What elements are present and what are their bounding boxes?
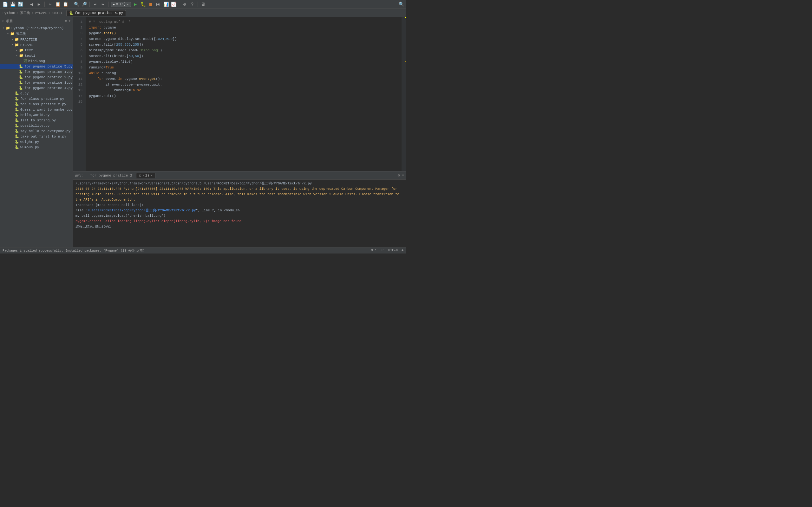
tree-d-py[interactable]: 🐍 d.py: [0, 91, 72, 96]
bottom-settings-icon[interactable]: ⚙: [398, 173, 400, 178]
run-play-button[interactable]: ▶: [132, 1, 139, 8]
breadcrumb-zhangergou[interactable]: 张二狗: [20, 10, 30, 15]
run-combo[interactable]: ▶ x (1) ▾: [111, 2, 131, 7]
code-container[interactable]: 1 2 3 4 5 6 7 8 9 10 11 12 13 14 15 #-*-…: [73, 17, 406, 171]
sidebar-add-icon[interactable]: +: [68, 19, 71, 23]
status-lf[interactable]: LF: [380, 249, 385, 252]
code-line-7: screen.blit(birds,[50,50]): [89, 54, 143, 58]
status-position[interactable]: 9:1: [371, 249, 377, 252]
tree-takefirst[interactable]: 🐍 take out first to n.py: [0, 134, 72, 139]
copy-button[interactable]: 📋: [55, 1, 61, 8]
file-icon-dpy: 🐍: [14, 91, 19, 95]
replace-button[interactable]: 🔎: [81, 1, 87, 8]
scroll-minimap[interactable]: [402, 17, 406, 171]
tree-zhangergou[interactable]: ▾ 📁 张二狗: [0, 31, 72, 37]
forward-button[interactable]: ▶: [36, 1, 42, 8]
ln-9: 9: [73, 65, 86, 70]
save-button[interactable]: 💾: [9, 1, 16, 8]
terminal-button[interactable]: 🖥: [200, 1, 206, 8]
status-indent: 4: [402, 249, 403, 252]
new-file-button[interactable]: 📄: [2, 1, 8, 8]
tree-liststr[interactable]: 🐍 list to string.py: [0, 118, 72, 123]
stop-button[interactable]: ⏹: [148, 1, 154, 8]
coverage-button[interactable]: 📊: [163, 1, 169, 8]
tree-practice[interactable]: ▸ 📁 PRACTICE: [0, 37, 72, 42]
file-tab[interactable]: 🐍 for pygame pratice 5.py: [66, 10, 126, 16]
debug-button[interactable]: 🐛: [140, 1, 146, 8]
code-line-11a: [89, 77, 97, 81]
code-editor[interactable]: #-*- coding:utf-8 -*- import pygame pyga…: [86, 17, 402, 171]
bottom-panel: 运行: for pygame pratice 2 x (1) ✕ ⚙ ≡ /Li…: [73, 171, 406, 247]
redo-button[interactable]: ↪: [100, 1, 106, 8]
code-line-15: [89, 100, 91, 104]
breadcrumb-text1[interactable]: text1: [52, 11, 62, 15]
minimap-marker-2: [405, 61, 406, 62]
code-line-6: birds=pygame.image.load('bird.png'): [89, 49, 162, 52]
tree-text1[interactable]: ▾ 📁 text1: [0, 53, 72, 58]
tree-label-pratice2: for pygame pratice 2.py: [24, 75, 72, 79]
file-icon-guess: 🐍: [14, 107, 19, 112]
tree-pratice4[interactable]: 🐍 for pygame pratice 4.py: [0, 85, 72, 91]
run-link-file[interactable]: /Users/ROCKET/Desktop/Python/张二狗/PYGAME/…: [88, 209, 196, 212]
ln-8: 8: [73, 59, 86, 65]
profile-button[interactable]: 📈: [170, 1, 177, 8]
tree-pygame[interactable]: ▾ 📁 PYGAME: [0, 42, 72, 48]
sync-button[interactable]: 🔄: [17, 1, 23, 8]
cut-button[interactable]: ✂: [47, 1, 53, 8]
kw-in: in: [118, 77, 122, 81]
tree-label-pratice3: for pygame pratice 3.py: [24, 81, 72, 84]
bottom-menu-icon[interactable]: ≡: [402, 173, 404, 178]
tree-class-pratice2[interactable]: 🐍 for class pratice 2.py: [0, 101, 72, 107]
ln-3: 3: [73, 31, 86, 36]
breadcrumb-python[interactable]: Python: [3, 11, 15, 15]
tree-hello[interactable]: 🐍 hello,world.py: [0, 112, 72, 118]
toolbar: 📄 💾 🔄 ◀ ▶ ✂ 📋 📋 🔍 🔎 ↩ ↪ ▶ x (1) ▾ ▶ 🐛 ⏹ …: [0, 0, 406, 9]
editor-area[interactable]: 1 2 3 4 5 6 7 8 9 10 11 12 13 14 15 #-*-…: [73, 17, 406, 171]
tree-label-classprac2: for class pratice 2.py: [20, 102, 66, 106]
tree-pratice2[interactable]: 🐍 for pygame pratice 2.py: [0, 74, 72, 80]
tree-pratice3[interactable]: 🐍 for pygame pratice 3.py: [0, 80, 72, 85]
breadcrumb-pygame[interactable]: PYGAME: [35, 11, 48, 15]
ln-11: 11: [73, 76, 86, 82]
tree-pratice1[interactable]: 🐍 for pygame pratice 1.py: [0, 69, 72, 74]
tree-python-root[interactable]: ▾ 📁 Python (~/Desktop/Python): [0, 25, 72, 31]
tree-sayhello[interactable]: 🐍 say hello to everyone.py: [0, 128, 72, 134]
tree-pratice5[interactable]: 🐍 for pygame pratice 5.py: [0, 64, 72, 69]
line-numbers: 1 2 3 4 5 6 7 8 9 10 11 12 13 14 15: [73, 17, 86, 171]
bottom-tab-pratice2[interactable]: for pygame pratice 2: [88, 173, 135, 178]
tree-wumpus[interactable]: 🐍 wumpus.py: [0, 145, 72, 150]
ln-2: 2: [73, 25, 86, 31]
tab-close-icon[interactable]: ✕: [151, 174, 153, 177]
code-line-14: pygame.quit(): [89, 94, 116, 98]
bc-sep-1: ›: [16, 11, 19, 15]
tree-weight[interactable]: 🐍 weight.py: [0, 139, 72, 145]
undo-button[interactable]: ↩: [92, 1, 98, 8]
step-button[interactable]: ⏭: [155, 1, 161, 8]
pygame-init: pygame: [89, 32, 101, 35]
tree-bird-png[interactable]: 🖼 bird.png: [0, 58, 72, 64]
code-line-4: screen=pygame.display.set_mode([1024,680…: [89, 37, 177, 41]
file-icon-pratice5: 🐍: [19, 64, 23, 68]
status-encoding[interactable]: UTF-8: [388, 249, 398, 252]
folder-icon-text: 📁: [19, 48, 23, 52]
help-button[interactable]: ?: [189, 1, 195, 8]
sidebar-settings-icon[interactable]: ⚙: [65, 19, 67, 23]
find-button[interactable]: 🔍: [73, 1, 80, 8]
tree-label-pratice4: for pygame pratice 4.py: [24, 86, 72, 90]
tree-class-practice[interactable]: 🐍 for class practice.py: [0, 96, 72, 101]
file-icon-pratice1: 🐍: [19, 70, 23, 74]
tree-possibility[interactable]: 🐍 possibility.py: [0, 123, 72, 128]
file-icon-liststr: 🐍: [14, 118, 19, 122]
kw-while: while: [89, 71, 99, 75]
back-button[interactable]: ◀: [28, 1, 35, 8]
search-toolbar-button[interactable]: 🔍: [399, 2, 404, 7]
separator-4: [90, 2, 90, 7]
tree-guess[interactable]: 🐍 Guess i want to number.py: [0, 107, 72, 112]
settings-button[interactable]: ⚙: [182, 1, 188, 8]
bottom-tab-x1[interactable]: x (1) ✕: [136, 173, 155, 178]
tree-text[interactable]: ▸ 📁 text: [0, 48, 72, 53]
run-output-file: File "/Users/ROCKET/Desktop/Python/张二狗/P…: [75, 208, 403, 213]
folder-icon-python: 📁: [6, 26, 10, 30]
ln-5: 5: [73, 42, 86, 48]
paste-button[interactable]: 📋: [62, 1, 68, 8]
